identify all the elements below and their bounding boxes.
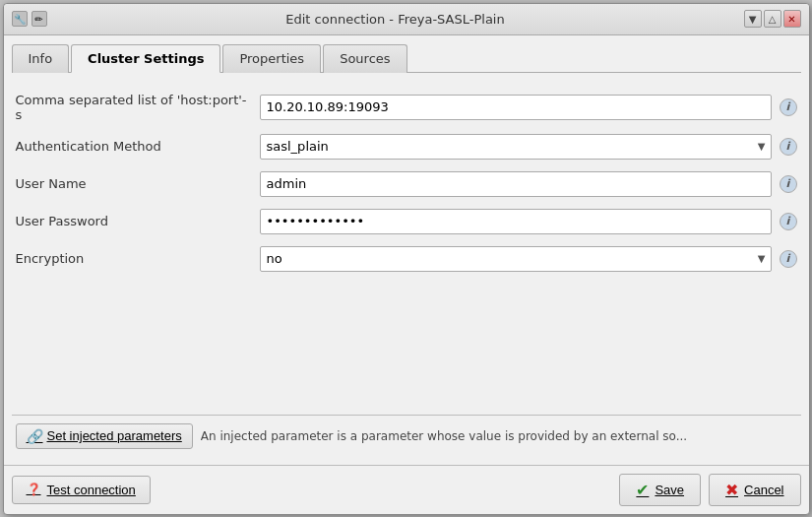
username-label: User Name xyxy=(16,176,252,191)
save-label: Save xyxy=(655,483,684,497)
tab-info[interactable]: Info xyxy=(12,44,70,73)
auth-method-row: Authentication Method sasl_plain none ss… xyxy=(16,134,797,160)
tab-sources[interactable]: Sources xyxy=(323,44,406,73)
hosts-row: Comma separated list of 'host:port'-s i xyxy=(16,93,797,122)
encryption-row: Encryption no ssl tls ▼ i xyxy=(16,246,797,272)
cancel-button[interactable]: ✖ Cancel xyxy=(709,474,800,506)
hosts-info-icon[interactable]: i xyxy=(780,98,797,116)
inject-info-text: An injected parameter is a parameter who… xyxy=(201,429,797,443)
set-injected-parameters-button[interactable]: 🔗 Set injected parameters xyxy=(16,423,193,449)
tab-properties[interactable]: Properties xyxy=(222,44,321,73)
username-row: User Name i xyxy=(16,171,797,197)
cancel-label: Cancel xyxy=(744,483,783,497)
password-input[interactable] xyxy=(260,209,772,234)
app-icon-2: ✏️ xyxy=(31,11,47,27)
encryption-select[interactable]: no ssl tls xyxy=(260,246,772,272)
inject-bar: 🔗 Set injected parameters An injected pa… xyxy=(12,415,801,457)
auth-method-info-icon[interactable]: i xyxy=(780,138,797,156)
save-check-icon: ✔ xyxy=(636,481,649,499)
tab-cluster-settings[interactable]: Cluster Settings xyxy=(71,44,220,73)
titlebar-app-icons: 🔧 ✏️ xyxy=(12,11,47,27)
test-question-icon: ❓ xyxy=(27,483,41,496)
close-button[interactable]: ✕ xyxy=(783,10,801,28)
username-info-icon[interactable]: i xyxy=(780,175,797,193)
save-button[interactable]: ✔ Save xyxy=(619,474,701,506)
footer-bar: ❓ Test connection ✔ Save ✖ Cancel xyxy=(4,465,809,514)
username-input[interactable] xyxy=(260,171,772,197)
hosts-input[interactable] xyxy=(260,95,772,120)
tab-bar: Info Cluster Settings Properties Sources xyxy=(12,43,801,73)
auth-method-select-wrapper: sasl_plain none ssl ▼ xyxy=(260,134,772,160)
cancel-x-icon: ✖ xyxy=(725,481,738,499)
password-row: User Password i xyxy=(16,209,797,234)
window-title: Edit connection - Freya-SASL-Plain xyxy=(47,12,744,27)
test-connection-button[interactable]: ❓ Test connection xyxy=(12,476,151,504)
window-controls: ▼ △ ✕ xyxy=(744,10,801,28)
hosts-label: Comma separated list of 'host:port'-s xyxy=(16,93,252,122)
content-area: Info Cluster Settings Properties Sources… xyxy=(4,35,809,465)
test-connection-label: Test connection xyxy=(47,483,136,497)
maximize-button[interactable]: △ xyxy=(764,10,781,28)
minimize-button[interactable]: ▼ xyxy=(744,10,762,28)
cluster-settings-form: Comma separated list of 'host:port'-s i … xyxy=(12,85,801,415)
auth-method-select[interactable]: sasl_plain none ssl xyxy=(260,134,772,160)
password-info-icon[interactable]: i xyxy=(780,213,797,230)
password-label: User Password xyxy=(16,214,252,228)
main-window: 🔧 ✏️ Edit connection - Freya-SASL-Plain … xyxy=(3,3,810,515)
inject-link-icon: 🔗 xyxy=(27,428,43,444)
encryption-select-wrapper: no ssl tls ▼ xyxy=(260,246,772,272)
app-icon-1: 🔧 xyxy=(12,11,28,27)
encryption-info-icon[interactable]: i xyxy=(780,250,797,268)
auth-method-label: Authentication Method xyxy=(16,139,252,154)
inject-button-label: Set injected parameters xyxy=(47,428,182,443)
titlebar: 🔧 ✏️ Edit connection - Freya-SASL-Plain … xyxy=(4,4,809,35)
encryption-label: Encryption xyxy=(16,251,252,266)
footer-action-buttons: ✔ Save ✖ Cancel xyxy=(619,474,800,506)
